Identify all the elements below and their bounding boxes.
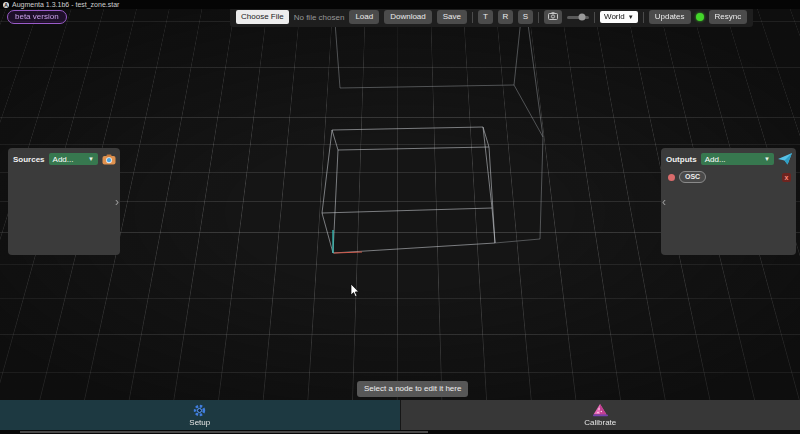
save-button[interactable]: Save bbox=[437, 10, 467, 24]
tab-calibrate-label: Calibrate bbox=[584, 419, 616, 427]
chevron-down-icon: ▼ bbox=[764, 156, 770, 162]
tab-setup[interactable]: Setup bbox=[0, 400, 401, 430]
output-item-row: OSC x bbox=[661, 165, 796, 183]
download-button[interactable]: Download bbox=[384, 10, 432, 24]
add-source-dropdown[interactable]: Add... ▼ bbox=[49, 153, 98, 165]
sources-title: Sources bbox=[13, 155, 45, 164]
choose-file-button[interactable]: Choose File bbox=[236, 10, 289, 24]
tab-calibrate[interactable]: Calibrate bbox=[401, 400, 800, 430]
window-title: Augmenta 1.3.1b6 - test_zone.star bbox=[12, 1, 119, 8]
translate-button[interactable]: T bbox=[478, 10, 493, 24]
node-editor-tooltip: Select a node to edit it here bbox=[357, 381, 468, 397]
setup-gear-icon bbox=[193, 404, 206, 417]
rotate-button[interactable]: R bbox=[498, 10, 513, 24]
toolbar-separator bbox=[643, 12, 644, 23]
remove-output-button[interactable]: x bbox=[782, 173, 791, 182]
bottom-tab-bar: Setup Calibrate bbox=[0, 400, 800, 430]
add-output-label: Add... bbox=[705, 155, 726, 164]
tab-setup-label: Setup bbox=[189, 419, 210, 427]
axis-x-red bbox=[334, 252, 362, 253]
space-select-value: World bbox=[604, 13, 625, 21]
toolbar-separator bbox=[538, 12, 539, 23]
sources-panel-header: Sources Add... ▼ bbox=[8, 148, 120, 165]
outputs-panel: Outputs Add... ▼ OSC x ‹ bbox=[661, 148, 796, 255]
add-output-dropdown[interactable]: Add... ▼ bbox=[701, 153, 774, 165]
camera-icon bbox=[548, 12, 558, 20]
beta-version-badge: beta version bbox=[7, 10, 67, 24]
chevron-down-icon: ▼ bbox=[628, 14, 634, 20]
scale-button[interactable]: S bbox=[518, 10, 533, 24]
bottom-edge-highlight bbox=[20, 431, 428, 433]
resync-button[interactable]: Resync bbox=[709, 10, 748, 24]
paper-plane-icon[interactable] bbox=[778, 153, 792, 165]
outputs-title: Outputs bbox=[666, 155, 697, 164]
calibrate-pyramid-icon bbox=[593, 404, 608, 417]
outputs-collapse-chevron[interactable]: ‹ bbox=[662, 196, 666, 208]
file-chosen-status: No file chosen bbox=[294, 13, 345, 22]
update-status-dot bbox=[696, 13, 704, 21]
window-bottom-edge bbox=[0, 430, 800, 434]
updates-button[interactable]: Updates bbox=[649, 10, 691, 24]
mouse-cursor bbox=[350, 284, 360, 298]
slider-thumb[interactable] bbox=[579, 14, 586, 21]
toolbar-separator bbox=[594, 12, 595, 23]
main-toolbar: Choose File No file chosen Load Download… bbox=[230, 7, 753, 27]
space-select[interactable]: World ▼ bbox=[600, 11, 638, 23]
chevron-down-icon: ▼ bbox=[88, 156, 94, 162]
osc-status-dot bbox=[668, 174, 675, 181]
load-button[interactable]: Load bbox=[349, 10, 379, 24]
title-bar: A Augmenta 1.3.1b6 - test_zone.star bbox=[0, 0, 800, 9]
app-logo-icon: A bbox=[3, 2, 9, 8]
screenshot-button[interactable] bbox=[544, 10, 562, 24]
sources-panel: Sources Add... ▼ › bbox=[8, 148, 120, 255]
sources-expand-chevron[interactable]: › bbox=[115, 196, 119, 208]
camera-size-slider[interactable] bbox=[567, 16, 589, 19]
camera-icon[interactable] bbox=[102, 154, 116, 165]
add-source-label: Add... bbox=[53, 155, 74, 164]
osc-node-chip[interactable]: OSC bbox=[679, 171, 706, 183]
toolbar-separator bbox=[472, 12, 473, 23]
outputs-panel-header: Outputs Add... ▼ bbox=[661, 148, 796, 165]
